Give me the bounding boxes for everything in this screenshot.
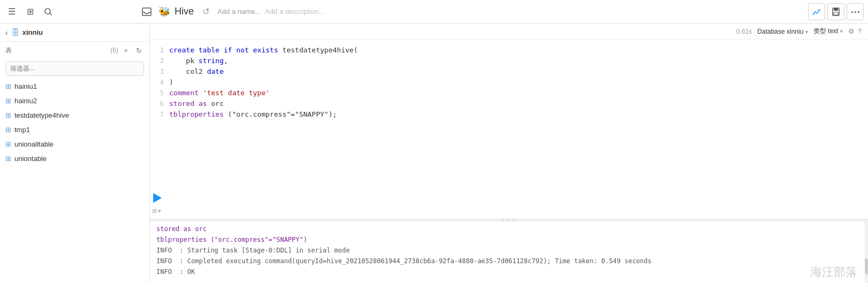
line-number: 5 xyxy=(150,88,169,98)
refresh-tables-button[interactable]: ↻ xyxy=(133,45,144,56)
dropdown-btn[interactable]: ▾ xyxy=(158,208,161,215)
table-list-item[interactable]: ⊞uniontable xyxy=(0,151,149,166)
line-content: pk string, xyxy=(169,56,868,66)
line-number: 7 xyxy=(150,109,169,120)
table-name: hainiu1 xyxy=(14,82,37,90)
save-icon xyxy=(832,7,840,16)
table-icon-btn[interactable]: ⊞ xyxy=(152,208,157,215)
back-button[interactable]: ‹ xyxy=(5,28,8,37)
line-number: 3 xyxy=(150,66,169,77)
query-time: 0.61s xyxy=(736,28,752,35)
table-list-item[interactable]: ⊞tmp1 xyxy=(0,123,149,137)
sidebar: ‹ 🗄 xinniu 表 (6) + ↻ ⊞hainiu1⊞hainiu2⊞te… xyxy=(0,24,150,283)
scrollbar-thumb[interactable] xyxy=(865,258,868,274)
table-list: ⊞hainiu1⊞hainiu2⊞testdatetype4hive⊞tmp1⊞… xyxy=(0,79,149,283)
add-table-button[interactable]: + xyxy=(120,45,131,56)
run-button[interactable] xyxy=(153,193,162,203)
line-number: 2 xyxy=(150,56,169,66)
line-content: stored as orc xyxy=(169,98,868,109)
result-line: INFO : Completed executing command(query… xyxy=(156,256,862,266)
table-name: tmp1 xyxy=(14,126,30,134)
table-list-item[interactable]: ⊞unionalltable xyxy=(0,137,149,151)
sidebar-header: ‹ 🗄 xinniu xyxy=(0,24,149,42)
run-button-area xyxy=(153,193,162,203)
table-icon: ⊞ xyxy=(5,82,11,90)
top-bar-left: ☰ ⊞ xyxy=(4,4,154,19)
database-name: xinniu xyxy=(22,28,43,36)
help-icon[interactable]: ? xyxy=(858,27,862,35)
table-list-item[interactable]: ⊞hainiu1 xyxy=(0,79,149,94)
table-icon: ⊞ xyxy=(5,126,11,134)
line-number: 6 xyxy=(150,98,169,109)
type-value: text xyxy=(828,27,838,35)
type-label: 类型 xyxy=(813,27,826,35)
hive-logo-icon: 🐝 xyxy=(158,6,170,18)
database-label: Database xyxy=(757,28,784,35)
scrollbar-track[interactable] xyxy=(865,221,868,283)
svg-line-1 xyxy=(50,13,51,15)
save-button[interactable] xyxy=(827,3,844,20)
table-icon: ⊞ xyxy=(5,97,11,105)
tables-label: 表 xyxy=(5,46,108,55)
table-icon: ⊞ xyxy=(5,155,11,163)
result-line: INFO : OK xyxy=(156,266,862,277)
svg-rect-2 xyxy=(142,8,151,16)
bottom-editor-actions: ⊞ ▾ xyxy=(152,208,161,215)
code-line: 1create table if not exists testdatetype… xyxy=(150,45,868,56)
database-selector[interactable]: Database xinniu ▾ xyxy=(757,28,807,35)
result-line: INFO : Starting task [Stage-0:DDL] in se… xyxy=(156,245,862,256)
code-line: 6stored as orc xyxy=(150,98,868,109)
line-content: col2 date xyxy=(169,66,868,77)
settings-icon[interactable]: ⚙ xyxy=(848,27,855,35)
filter-input[interactable] xyxy=(5,61,144,76)
chart-button[interactable] xyxy=(808,3,825,20)
tables-header: 表 (6) + ↻ xyxy=(0,42,149,59)
results-content: stored as orctblproperties ("orc.compres… xyxy=(150,221,868,283)
inbox-icon-btn[interactable] xyxy=(139,4,154,19)
code-editor[interactable]: 1create table if not exists testdatetype… xyxy=(150,40,868,219)
table-icon: ⊞ xyxy=(5,140,11,148)
table-list-item[interactable]: ⊞hainiu2 xyxy=(0,94,149,108)
copy-icon-btn[interactable]: ⊞ xyxy=(22,4,37,19)
more-button[interactable]: ⋯ xyxy=(847,3,864,20)
undo-button[interactable]: ↺ xyxy=(198,4,213,19)
table-name: uniontable xyxy=(14,155,47,163)
result-line: tblproperties ("orc.compress"="SNAPPY") xyxy=(156,234,862,245)
code-editor-wrap: 1create table if not exists testdatetype… xyxy=(150,40,868,219)
code-line: 7tblproperties ("orc.compress"="SNAPPY")… xyxy=(150,109,868,120)
line-number: 1 xyxy=(150,45,169,56)
table-name: unionalltable xyxy=(14,140,54,148)
editor-area: 0.61s Database xinniu ▾ 类型 text ▾ ⚙ ? 1c… xyxy=(150,24,868,283)
database-dropdown-arrow: ▾ xyxy=(805,29,808,35)
line-number: 4 xyxy=(150,77,169,88)
main-content: ‹ 🗄 xinniu 表 (6) + ↻ ⊞hainiu1⊞hainiu2⊞te… xyxy=(0,24,868,283)
results-panel: • • • stored as orctblproperties ("orc.c… xyxy=(150,219,868,283)
line-content: create table if not exists testdatetype4… xyxy=(169,45,868,56)
code-line: 3 col2 date xyxy=(150,66,868,77)
add-desc-field[interactable]: Add a description... xyxy=(265,7,324,16)
menu-icon-btn[interactable]: ☰ xyxy=(4,4,19,19)
table-name: hainiu2 xyxy=(14,97,37,105)
top-bar-right: ⋯ xyxy=(808,3,864,20)
line-content: ) xyxy=(169,77,868,88)
table-list-item[interactable]: ⊞testdatetype4hive xyxy=(0,108,149,123)
top-bar: ☰ ⊞ 🐝 Hive ↺ Add a name... Add a descrip… xyxy=(0,0,868,24)
svg-rect-4 xyxy=(834,8,838,11)
line-content: comment 'test date type' xyxy=(169,88,868,98)
type-dropdown-arrow: ▾ xyxy=(840,28,843,34)
code-line: 5comment 'test date type' xyxy=(150,88,868,98)
tables-actions: + ↻ xyxy=(120,45,144,56)
type-selector[interactable]: 类型 text ▾ xyxy=(813,27,843,36)
search-icon-btn[interactable] xyxy=(41,4,56,19)
table-icon: ⊞ xyxy=(5,111,11,119)
svg-rect-5 xyxy=(834,12,838,15)
line-content: tblproperties ("orc.compress"="SNAPPY"); xyxy=(169,109,868,120)
tables-count: (6) xyxy=(110,47,118,54)
database-value: xinniu xyxy=(787,28,803,35)
filter-wrap xyxy=(0,59,149,79)
code-line: 4) xyxy=(150,77,868,88)
subheader-icons: ⚙ ? xyxy=(848,27,862,35)
result-line: stored as orc xyxy=(156,224,862,234)
table-name: testdatetype4hive xyxy=(14,111,69,119)
add-name-field[interactable]: Add a name... xyxy=(217,7,261,16)
